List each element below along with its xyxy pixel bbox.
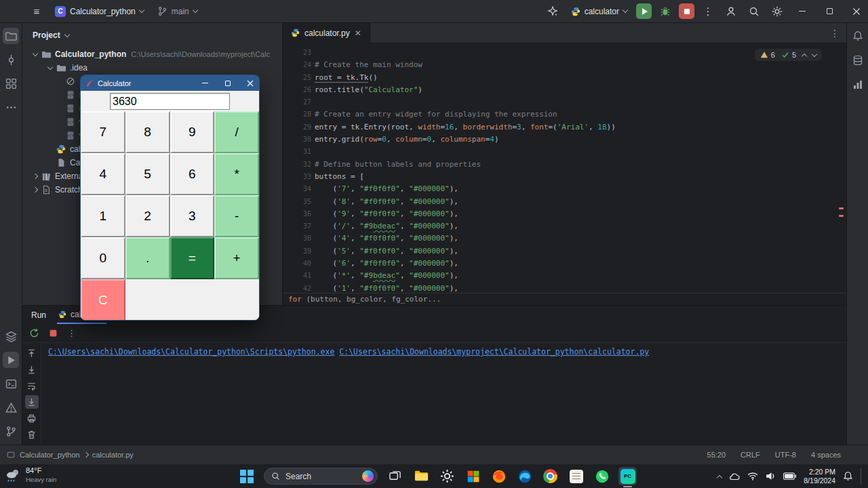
main-menu-icon[interactable]: ≡ bbox=[27, 3, 46, 20]
code-line[interactable]: # Define button labels and properties bbox=[315, 159, 846, 171]
debug-button[interactable] bbox=[656, 3, 675, 20]
tool-structure-icon[interactable] bbox=[3, 75, 19, 92]
code-line[interactable]: root.title("Calculator") bbox=[315, 84, 846, 96]
calc-button-8[interactable]: 8 bbox=[125, 111, 170, 153]
search-everywhere-icon[interactable] bbox=[745, 3, 764, 20]
calc-button-4[interactable]: 4 bbox=[81, 153, 125, 195]
task-view-button[interactable] bbox=[386, 467, 404, 485]
breadcrumb-project[interactable]: Calculator_python bbox=[20, 451, 80, 459]
cloud-icon[interactable] bbox=[729, 472, 740, 481]
code-line[interactable] bbox=[315, 96, 846, 108]
indent-style[interactable]: 4 spaces bbox=[811, 451, 841, 459]
chevron-down-icon[interactable] bbox=[33, 50, 38, 56]
print-icon[interactable] bbox=[25, 411, 39, 425]
tool-run-icon[interactable] bbox=[3, 352, 19, 368]
weather-widget[interactable]: 84°F Heavy rain bbox=[5, 466, 56, 484]
calc-button-plus[interactable]: + bbox=[214, 237, 259, 279]
code-line[interactable]: ('1', "#f0f0f0", "#000000"), bbox=[315, 283, 846, 293]
tool-problems-icon[interactable] bbox=[3, 399, 19, 415]
tool-notifications-icon[interactable] bbox=[850, 28, 866, 44]
jump-to-top-icon[interactable] bbox=[25, 346, 39, 360]
taskbar-search-input[interactable]: Search bbox=[264, 468, 378, 485]
tool-terminal-icon[interactable] bbox=[3, 375, 19, 392]
stop-button[interactable] bbox=[679, 3, 694, 19]
show-desktop-button[interactable] bbox=[861, 468, 863, 485]
console-file-link[interactable]: C:\Users\sachi\Downloads\Calculator_pyth… bbox=[48, 347, 334, 357]
code-line[interactable]: ('9', "#f0f0f0", "#000000"), bbox=[315, 208, 846, 220]
code-line[interactable]: ('/', "#9bdeac", "#000000"), bbox=[315, 220, 846, 232]
volume-icon[interactable] bbox=[766, 472, 776, 481]
caret-position[interactable]: 55:20 bbox=[707, 451, 726, 459]
jump-to-bottom-icon[interactable] bbox=[25, 363, 39, 376]
tool-services-icon[interactable] bbox=[3, 328, 19, 344]
window-minimize-button[interactable] bbox=[791, 0, 814, 22]
calc-button-6[interactable]: 6 bbox=[170, 153, 215, 195]
notifications-bell-icon[interactable] bbox=[843, 471, 853, 481]
taskbar-app-edge[interactable] bbox=[515, 467, 534, 485]
tab-calculator-py[interactable]: calculator.py ✕ bbox=[283, 23, 370, 43]
tool-chart-icon[interactable] bbox=[850, 77, 866, 93]
more-actions-icon[interactable]: ⋮ bbox=[698, 3, 717, 20]
user-profile-icon[interactable] bbox=[722, 3, 741, 20]
calc-button-9[interactable]: 9 bbox=[170, 111, 215, 153]
taskbar-app-microsoft[interactable] bbox=[464, 467, 482, 485]
code-line[interactable]: # Create an entry widget for displaying … bbox=[315, 108, 846, 121]
copilot-icon[interactable] bbox=[362, 470, 374, 482]
next-problem-icon[interactable] bbox=[812, 51, 817, 56]
soft-wrap-icon[interactable] bbox=[25, 379, 39, 392]
code-line[interactable]: entry.grid(row=0, column=0, columnspan=4… bbox=[315, 134, 846, 146]
tab-close-icon[interactable]: ✕ bbox=[355, 30, 361, 37]
chevron-right-icon[interactable] bbox=[33, 174, 38, 179]
taskbar-app-chrome[interactable] bbox=[541, 467, 559, 485]
tool-database-icon[interactable] bbox=[850, 52, 866, 68]
tool-commit-icon[interactable] bbox=[3, 52, 19, 68]
wifi-icon[interactable] bbox=[747, 472, 758, 481]
code-line[interactable]: ('4', "#f0f0f0", "#000000"), bbox=[315, 232, 846, 245]
calc-button-minus[interactable]: - bbox=[214, 195, 259, 237]
taskbar-app-settings[interactable] bbox=[438, 467, 456, 485]
tray-overflow-icon[interactable] bbox=[717, 474, 722, 480]
console-file-link[interactable]: C:\Users\sachi\Downloads\myproject\Calcu… bbox=[339, 347, 649, 357]
run-more-options-icon[interactable]: ⋮ bbox=[67, 328, 76, 338]
previous-problem-icon[interactable] bbox=[802, 54, 807, 59]
taskbar-app-file-explorer[interactable] bbox=[412, 467, 431, 485]
calculator-close-button[interactable] bbox=[241, 75, 259, 91]
code-line[interactable]: ('6', "#f0f0f0", "#000000"), bbox=[315, 258, 846, 270]
calc-button-1[interactable]: 1 bbox=[81, 195, 125, 237]
calculator-minimize-button[interactable] bbox=[196, 75, 214, 91]
code-line[interactable]: ('8', "#f0f0f0", "#000000"), bbox=[315, 196, 846, 208]
code-editor[interactable]: 2324252627282930313233343536373839404142… bbox=[283, 43, 846, 293]
calculator-maximize-button[interactable] bbox=[218, 75, 237, 91]
project-widget[interactable]: C Calculator_python bbox=[50, 4, 149, 19]
calc-button-clear[interactable]: C bbox=[81, 279, 125, 321]
breadcrumb-file[interactable]: calculator.py bbox=[92, 451, 134, 459]
vcs-branch-widget[interactable]: main bbox=[153, 4, 202, 18]
code-line[interactable]: ('5', "#f0f0f0", "#000000"), bbox=[315, 245, 846, 258]
clock-widget[interactable]: 2:20 PM 8/19/2024 bbox=[804, 468, 835, 485]
taskbar-app-firefox[interactable] bbox=[490, 467, 508, 485]
window-maximize-button[interactable] bbox=[818, 0, 841, 22]
calc-button-multiply[interactable]: * bbox=[214, 153, 259, 195]
tool-project-icon[interactable] bbox=[3, 28, 19, 44]
code-line[interactable] bbox=[315, 146, 846, 158]
calc-button-dot[interactable]: . bbox=[125, 237, 170, 279]
code-line[interactable]: root = tk.Tk() bbox=[315, 72, 846, 84]
run-configuration-widget[interactable]: calculator bbox=[566, 5, 632, 18]
tree-item--idea[interactable]: .idea bbox=[22, 61, 282, 75]
file-encoding[interactable]: UTF-8 bbox=[775, 451, 796, 459]
window-close-button[interactable] bbox=[845, 0, 868, 22]
calculator-display-entry[interactable]: 3630 bbox=[110, 93, 230, 110]
taskbar-app-whatsapp[interactable] bbox=[593, 467, 611, 485]
rerun-icon[interactable] bbox=[29, 328, 39, 338]
calc-button-3[interactable]: 3 bbox=[170, 195, 215, 237]
scroll-to-end-icon[interactable] bbox=[25, 395, 39, 409]
code-line[interactable]: # Create the main window bbox=[315, 59, 846, 71]
start-button[interactable] bbox=[237, 467, 256, 485]
calc-button-equals[interactable]: = bbox=[170, 237, 215, 279]
ai-assistant-icon[interactable] bbox=[543, 3, 562, 20]
inspections-widget[interactable]: 6 5 bbox=[755, 49, 822, 61]
settings-gear-icon[interactable] bbox=[768, 3, 787, 20]
error-stripe-mark[interactable] bbox=[839, 207, 844, 209]
calc-button-0[interactable]: 0 bbox=[81, 237, 125, 279]
calc-button-2[interactable]: 2 bbox=[125, 195, 170, 237]
